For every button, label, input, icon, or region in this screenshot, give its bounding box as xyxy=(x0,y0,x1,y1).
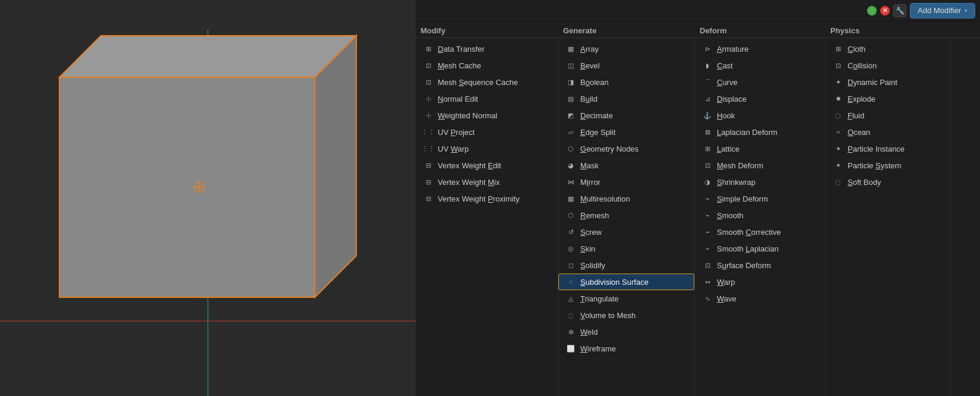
menu-item-data-transfer[interactable]: ⊞Data Transfer xyxy=(416,40,558,57)
vertex-weight-mix-label: Vertex Weight Mix xyxy=(438,178,500,187)
menu-item-wireframe[interactable]: ⬜Wireframe xyxy=(558,340,694,357)
modifier-columns: ⊞Data Transfer⊡Mesh Cache⊡Mesh Sequence … xyxy=(416,38,980,396)
menu-item-particle-instance[interactable]: ✦Particle Instance xyxy=(826,140,950,157)
menu-item-vertex-weight-mix[interactable]: ⊟Vertex Weight Mix xyxy=(416,174,558,190)
geometry-nodes-icon: ⬡ xyxy=(566,144,576,153)
menu-item-mirror[interactable]: ⋈Mirror xyxy=(558,174,694,190)
menu-item-fluid[interactable]: ◌Fluid xyxy=(826,107,950,124)
simple-deform-icon: ⌁ xyxy=(703,194,712,203)
menu-item-armature[interactable]: ⊳Armature xyxy=(695,40,825,57)
warp-icon: ↭ xyxy=(703,277,712,287)
menu-item-weighted-normal[interactable]: ⊹Weighted Normal xyxy=(416,107,558,124)
deform-column: ⊳Armature◗Cast⌒Curve⊿Displace⚓Hook⊠Lapla… xyxy=(695,38,826,396)
menu-item-mesh-cache[interactable]: ⊡Mesh Cache xyxy=(416,57,558,74)
laplacian-deform-label: Laplacian Deform xyxy=(717,128,777,137)
bevel-label: Bevel xyxy=(580,61,600,70)
menu-item-particle-system[interactable]: ✦Particle System xyxy=(826,157,950,174)
menu-item-wave[interactable]: ∿Wave xyxy=(695,290,825,307)
uv-project-label: UV Project xyxy=(438,128,475,137)
subdivision-surface-icon: ○ xyxy=(566,277,576,287)
menu-item-shrinkwrap[interactable]: ◑Shrinkwrap xyxy=(695,174,825,190)
menu-item-collision[interactable]: ⊡Collision xyxy=(826,57,950,74)
menu-item-cast[interactable]: ◗Cast xyxy=(695,57,825,74)
menu-item-uv-warp[interactable]: ⋮⋮UV Warp xyxy=(416,140,558,157)
menu-item-multiresolution[interactable]: ▦Multiresolution xyxy=(558,190,694,207)
array-icon: ▦ xyxy=(566,44,576,54)
menu-item-curve[interactable]: ⌒Curve xyxy=(695,74,825,90)
menu-item-geometry-nodes[interactable]: ⬡Geometry Nodes xyxy=(558,140,694,157)
menu-item-hook[interactable]: ⚓Hook xyxy=(695,107,825,124)
wave-icon: ∿ xyxy=(703,294,712,303)
smooth-label: Smooth xyxy=(717,211,744,220)
menu-item-solidify[interactable]: ◻Solidify xyxy=(558,257,694,274)
menu-item-remesh[interactable]: ⬡Remesh xyxy=(558,207,694,224)
column-headers: Modify Generate Deform Physics xyxy=(416,21,980,38)
warp-label: Warp xyxy=(717,278,735,287)
menu-item-triangulate[interactable]: ◬Triangulate xyxy=(558,290,694,307)
boolean-label: Boolean xyxy=(580,78,609,87)
smooth-laplacian-label: Smooth Laplacian xyxy=(717,244,779,253)
menu-item-smooth-corrective[interactable]: ⌁Smooth Corrective xyxy=(695,224,825,240)
menu-item-dynamic-paint[interactable]: ✦Dynamic Paint xyxy=(826,74,950,90)
menu-item-cloth[interactable]: ⊞Cloth xyxy=(826,40,950,57)
menu-item-bevel[interactable]: ◫Bevel xyxy=(558,57,694,74)
menu-item-displace[interactable]: ⊿Displace xyxy=(695,90,825,107)
skin-label: Skin xyxy=(580,244,595,253)
normal-edit-icon: ⊹ xyxy=(423,94,433,103)
laplacian-deform-icon: ⊠ xyxy=(703,127,712,137)
wave-label: Wave xyxy=(717,294,736,303)
menu-item-smooth[interactable]: ⌁Smooth xyxy=(695,207,825,224)
add-modifier-button[interactable]: Add Modifier ▾ xyxy=(910,3,975,18)
fluid-label: Fluid xyxy=(848,111,864,120)
mask-icon: ◕ xyxy=(566,161,576,170)
menu-item-vertex-weight-edit[interactable]: ⊟Vertex Weight Edit xyxy=(416,157,558,174)
menu-item-simple-deform[interactable]: ⌁Simple Deform xyxy=(695,190,825,207)
menu-item-build[interactable]: ▤Build xyxy=(558,90,694,107)
menu-item-vertex-weight-proximity[interactable]: ⊟Vertex Weight Proximity xyxy=(416,190,558,207)
close-icon[interactable]: ✕ xyxy=(880,6,890,15)
physics-column: ⊞Cloth⊡Collision✦Dynamic Paint✸Explode◌F… xyxy=(826,38,950,396)
edge-split-label: Edge Split xyxy=(580,128,615,137)
properties-icon[interactable]: 🔧 xyxy=(893,4,906,17)
bevel-icon: ◫ xyxy=(566,61,576,70)
menu-item-explode[interactable]: ✸Explode xyxy=(826,90,950,107)
menu-item-decimate[interactable]: ◩Decimate xyxy=(558,107,694,124)
menu-item-lattice[interactable]: ⊞Lattice xyxy=(695,140,825,157)
menu-item-weld[interactable]: ⊕Weld xyxy=(558,323,694,340)
remesh-label: Remesh xyxy=(580,211,609,220)
hook-label: Hook xyxy=(717,111,735,120)
mesh-sequence-cache-icon: ⊡ xyxy=(423,77,433,87)
menu-item-ocean[interactable]: ≈Ocean xyxy=(826,124,950,140)
multiresolution-label: Multiresolution xyxy=(580,194,630,203)
menu-item-smooth-laplacian[interactable]: ⌁Smooth Laplacian xyxy=(695,240,825,257)
menu-item-subdivision-surface[interactable]: ○Subdivision Surface xyxy=(558,274,694,290)
menu-item-skin[interactable]: ◎Skin xyxy=(558,240,694,257)
uv-warp-icon: ⋮⋮ xyxy=(423,144,433,153)
menu-item-laplacian-deform[interactable]: ⊠Laplacian Deform xyxy=(695,124,825,140)
vertex-weight-proximity-label: Vertex Weight Proximity xyxy=(438,194,520,203)
menu-item-warp[interactable]: ↭Warp xyxy=(695,274,825,290)
vertex-weight-edit-icon: ⊟ xyxy=(423,161,433,170)
menu-item-mesh-sequence-cache[interactable]: ⊡Mesh Sequence Cache xyxy=(416,74,558,90)
menu-item-volume-to-mesh[interactable]: ◌Volume to Mesh xyxy=(558,307,694,323)
build-icon: ▤ xyxy=(566,94,576,103)
3d-viewport[interactable] xyxy=(0,0,416,396)
menu-item-boolean[interactable]: ◨Boolean xyxy=(558,74,694,90)
smooth-corrective-icon: ⌁ xyxy=(703,227,712,237)
menu-item-mesh-deform[interactable]: ⊡Mesh Deform xyxy=(695,157,825,174)
menu-item-uv-project[interactable]: ⋮⋮UV Project xyxy=(416,124,558,140)
menu-item-edge-split[interactable]: ▱Edge Split xyxy=(558,124,694,140)
curve-icon: ⌒ xyxy=(703,77,712,87)
data-transfer-icon: ⊞ xyxy=(423,44,433,54)
surface-deform-icon: ⊡ xyxy=(703,260,712,270)
mesh-cache-icon: ⊡ xyxy=(423,61,433,70)
menu-item-soft-body[interactable]: ◌Soft Body xyxy=(826,174,950,190)
decimate-label: Decimate xyxy=(580,111,613,120)
menu-item-normal-edit[interactable]: ⊹Normal Edit xyxy=(416,90,558,107)
menu-item-mask[interactable]: ◕Mask xyxy=(558,157,694,174)
screw-icon: ↺ xyxy=(566,227,576,237)
modify-column: ⊞Data Transfer⊡Mesh Cache⊡Mesh Sequence … xyxy=(416,38,558,396)
menu-item-screw[interactable]: ↺Screw xyxy=(558,224,694,240)
menu-item-surface-deform[interactable]: ⊡Surface Deform xyxy=(695,257,825,274)
menu-item-array[interactable]: ▦Array xyxy=(558,40,694,57)
